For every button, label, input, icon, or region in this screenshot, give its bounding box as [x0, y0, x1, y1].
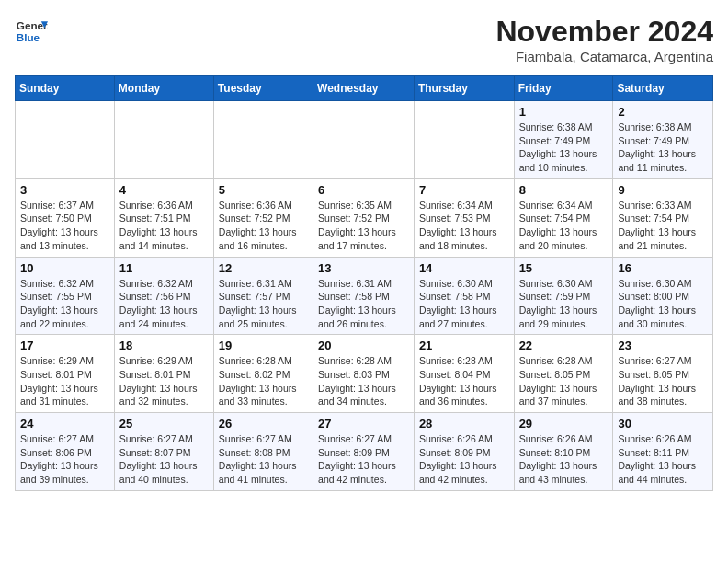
day-detail: Sunrise: 6:27 AM Sunset: 8:06 PM Dayligh… [20, 432, 109, 487]
day-detail: Sunrise: 6:29 AM Sunset: 8:01 PM Dayligh… [20, 354, 109, 408]
day-detail: Sunrise: 6:27 AM Sunset: 8:05 PM Dayligh… [618, 354, 708, 408]
day-number: 3 [20, 183, 109, 197]
title-section: November 2024 Fiambala, Catamarca, Argen… [495, 15, 713, 64]
calendar-week-row: 24Sunrise: 6:27 AM Sunset: 8:06 PM Dayli… [16, 413, 713, 491]
day-number: 17 [20, 339, 109, 352]
day-detail: Sunrise: 6:26 AM Sunset: 8:10 PM Dayligh… [519, 432, 609, 487]
calendar-cell: 16Sunrise: 6:30 AM Sunset: 8:00 PM Dayli… [613, 257, 713, 335]
calendar-cell: 18Sunrise: 6:29 AM Sunset: 8:01 PM Dayli… [114, 335, 213, 413]
day-detail: Sunrise: 6:32 AM Sunset: 7:55 PM Dayligh… [20, 277, 109, 331]
calendar-cell: 17Sunrise: 6:29 AM Sunset: 8:01 PM Dayli… [16, 335, 115, 413]
calendar-cell: 7Sunrise: 6:34 AM Sunset: 7:53 PM Daylig… [414, 178, 514, 257]
calendar-week-row: 1Sunrise: 6:38 AM Sunset: 7:49 PM Daylig… [16, 101, 713, 179]
calendar-cell: 24Sunrise: 6:27 AM Sunset: 8:06 PM Dayli… [16, 413, 115, 491]
location: Fiambala, Catamarca, Argentina [495, 49, 713, 64]
day-number: 27 [318, 417, 409, 431]
header-day-monday: Monday [114, 76, 213, 101]
header-day-saturday: Saturday [613, 76, 713, 101]
calendar-cell: 28Sunrise: 6:26 AM Sunset: 8:09 PM Dayli… [414, 413, 514, 491]
day-detail: Sunrise: 6:30 AM Sunset: 7:58 PM Dayligh… [419, 277, 509, 331]
calendar-cell [213, 101, 313, 179]
day-number: 30 [618, 417, 708, 431]
calendar-cell: 5Sunrise: 6:36 AM Sunset: 7:52 PM Daylig… [213, 178, 313, 257]
calendar-week-row: 17Sunrise: 6:29 AM Sunset: 8:01 PM Dayli… [16, 335, 713, 413]
calendar-cell: 22Sunrise: 6:28 AM Sunset: 8:05 PM Dayli… [514, 335, 613, 413]
day-detail: Sunrise: 6:36 AM Sunset: 7:51 PM Dayligh… [119, 199, 209, 253]
day-detail: Sunrise: 6:30 AM Sunset: 7:59 PM Dayligh… [519, 277, 609, 331]
day-number: 2 [618, 105, 708, 119]
day-detail: Sunrise: 6:37 AM Sunset: 7:50 PM Dayligh… [20, 199, 109, 253]
header-day-wednesday: Wednesday [313, 76, 415, 101]
calendar-cell: 4Sunrise: 6:36 AM Sunset: 7:51 PM Daylig… [114, 178, 213, 257]
day-number: 4 [119, 183, 209, 197]
calendar-cell: 2Sunrise: 6:38 AM Sunset: 7:49 PM Daylig… [613, 101, 713, 179]
calendar-cell [313, 101, 415, 179]
logo: General Blue [15, 15, 48, 48]
day-number: 23 [618, 339, 708, 352]
month-year: November 2024 [495, 15, 713, 49]
day-detail: Sunrise: 6:27 AM Sunset: 8:09 PM Dayligh… [318, 432, 409, 487]
day-number: 28 [419, 417, 509, 431]
day-detail: Sunrise: 6:36 AM Sunset: 7:52 PM Dayligh… [219, 199, 308, 253]
day-number: 6 [318, 183, 409, 197]
calendar-cell: 30Sunrise: 6:26 AM Sunset: 8:11 PM Dayli… [613, 413, 713, 491]
day-detail: Sunrise: 6:26 AM Sunset: 8:09 PM Dayligh… [419, 432, 509, 487]
day-detail: Sunrise: 6:28 AM Sunset: 8:04 PM Dayligh… [419, 354, 509, 408]
day-number: 10 [20, 261, 109, 275]
day-number: 20 [318, 339, 409, 352]
day-detail: Sunrise: 6:33 AM Sunset: 7:54 PM Dayligh… [618, 199, 708, 253]
calendar-header-row: SundayMondayTuesdayWednesdayThursdayFrid… [16, 76, 713, 101]
header: General Blue November 2024 Fiambala, Cat… [15, 15, 713, 64]
day-detail: Sunrise: 6:27 AM Sunset: 8:08 PM Dayligh… [219, 432, 308, 487]
calendar-cell: 21Sunrise: 6:28 AM Sunset: 8:04 PM Dayli… [414, 335, 514, 413]
calendar-cell: 26Sunrise: 6:27 AM Sunset: 8:08 PM Dayli… [213, 413, 313, 491]
header-day-sunday: Sunday [16, 76, 115, 101]
day-number: 8 [519, 183, 609, 197]
calendar-cell: 29Sunrise: 6:26 AM Sunset: 8:10 PM Dayli… [514, 413, 613, 491]
calendar-cell [114, 101, 213, 179]
calendar-cell: 12Sunrise: 6:31 AM Sunset: 7:57 PM Dayli… [213, 257, 313, 335]
calendar-cell: 20Sunrise: 6:28 AM Sunset: 8:03 PM Dayli… [313, 335, 415, 413]
calendar-cell: 25Sunrise: 6:27 AM Sunset: 8:07 PM Dayli… [114, 413, 213, 491]
calendar-cell [16, 101, 115, 179]
calendar-cell: 19Sunrise: 6:28 AM Sunset: 8:02 PM Dayli… [213, 335, 313, 413]
calendar-cell: 9Sunrise: 6:33 AM Sunset: 7:54 PM Daylig… [613, 178, 713, 257]
svg-text:General: General [17, 19, 48, 31]
calendar-cell [414, 101, 514, 179]
day-number: 14 [419, 261, 509, 275]
calendar-cell: 6Sunrise: 6:35 AM Sunset: 7:52 PM Daylig… [313, 178, 415, 257]
day-number: 9 [618, 183, 708, 197]
day-detail: Sunrise: 6:29 AM Sunset: 8:01 PM Dayligh… [119, 354, 209, 408]
calendar-cell: 23Sunrise: 6:27 AM Sunset: 8:05 PM Dayli… [613, 335, 713, 413]
day-detail: Sunrise: 6:28 AM Sunset: 8:02 PM Dayligh… [219, 354, 308, 408]
day-number: 12 [219, 261, 308, 275]
day-number: 1 [519, 105, 609, 119]
day-number: 16 [618, 261, 708, 275]
day-number: 5 [219, 183, 308, 197]
header-day-thursday: Thursday [414, 76, 514, 101]
day-detail: Sunrise: 6:31 AM Sunset: 7:58 PM Dayligh… [318, 277, 409, 331]
day-detail: Sunrise: 6:28 AM Sunset: 8:03 PM Dayligh… [318, 354, 409, 408]
day-detail: Sunrise: 6:32 AM Sunset: 7:56 PM Dayligh… [119, 277, 209, 331]
day-detail: Sunrise: 6:30 AM Sunset: 8:00 PM Dayligh… [618, 277, 708, 331]
day-detail: Sunrise: 6:35 AM Sunset: 7:52 PM Dayligh… [318, 199, 409, 253]
day-detail: Sunrise: 6:38 AM Sunset: 7:49 PM Dayligh… [519, 121, 609, 175]
day-number: 24 [20, 417, 109, 431]
calendar-cell: 27Sunrise: 6:27 AM Sunset: 8:09 PM Dayli… [313, 413, 415, 491]
calendar-cell: 10Sunrise: 6:32 AM Sunset: 7:55 PM Dayli… [16, 257, 115, 335]
calendar-week-row: 3Sunrise: 6:37 AM Sunset: 7:50 PM Daylig… [16, 178, 713, 257]
calendar-cell: 14Sunrise: 6:30 AM Sunset: 7:58 PM Dayli… [414, 257, 514, 335]
day-number: 18 [119, 339, 209, 352]
day-number: 19 [219, 339, 308, 352]
calendar-table: SundayMondayTuesdayWednesdayThursdayFrid… [15, 75, 713, 491]
day-detail: Sunrise: 6:31 AM Sunset: 7:57 PM Dayligh… [219, 277, 308, 331]
calendar-cell: 8Sunrise: 6:34 AM Sunset: 7:54 PM Daylig… [514, 178, 613, 257]
header-day-tuesday: Tuesday [213, 76, 313, 101]
day-detail: Sunrise: 6:34 AM Sunset: 7:54 PM Dayligh… [519, 199, 609, 253]
day-number: 13 [318, 261, 409, 275]
calendar-cell: 1Sunrise: 6:38 AM Sunset: 7:49 PM Daylig… [514, 101, 613, 179]
calendar-cell: 15Sunrise: 6:30 AM Sunset: 7:59 PM Dayli… [514, 257, 613, 335]
day-detail: Sunrise: 6:27 AM Sunset: 8:07 PM Dayligh… [119, 432, 209, 487]
logo-icon: General Blue [15, 15, 48, 48]
calendar-cell: 3Sunrise: 6:37 AM Sunset: 7:50 PM Daylig… [16, 178, 115, 257]
